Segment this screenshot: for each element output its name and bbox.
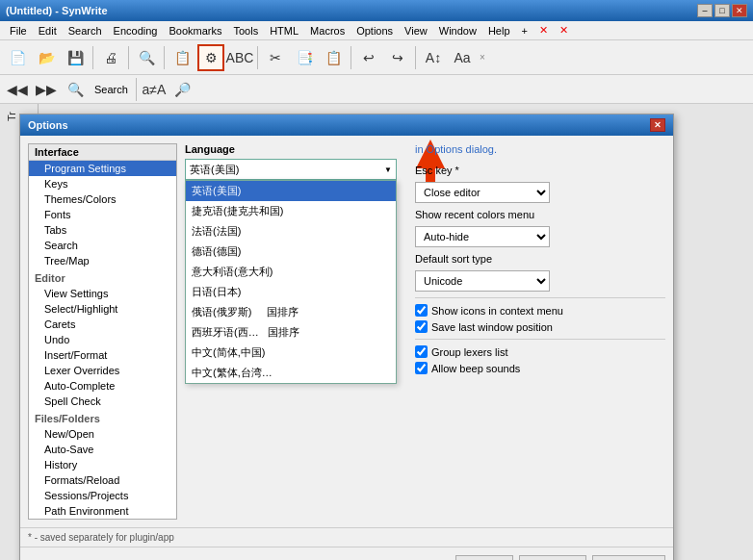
lang-option-6[interactable]: 俄语(俄罗斯) 国排序 — [186, 302, 396, 322]
lang-option-5[interactable]: 日语(日本) — [186, 282, 396, 302]
toolbar-sep-5 — [351, 46, 351, 69]
lang-option-0[interactable]: 英语(美国) — [186, 181, 396, 201]
tree-files-header: Files/Folders — [29, 411, 176, 426]
tree-editor-header: Editor — [29, 270, 176, 286]
tree-item-program-settings[interactable]: Program Settings — [29, 161, 176, 176]
save-button[interactable]: 💾 — [62, 44, 89, 71]
sep-1 — [415, 297, 665, 298]
checkbox-beep[interactable] — [415, 362, 428, 374]
tree-item-select-highlight[interactable]: Select/Highlight — [29, 301, 176, 317]
page-button[interactable]: 📋 — [169, 44, 195, 71]
tb2-font-button[interactable]: a≠A — [141, 76, 168, 103]
tb2-prev-button[interactable]: ◀◀ — [4, 76, 31, 103]
open-button[interactable]: 📂 — [33, 44, 60, 71]
menu-help[interactable]: Help — [482, 23, 516, 38]
language-dropdown[interactable]: 英语(美国) ▼ — [185, 159, 397, 180]
menu-x2[interactable]: ✕ — [554, 22, 574, 38]
sort-select[interactable]: Unicode ASCII Natural — [415, 270, 550, 292]
checkbox-save-position-label: Save last window position — [431, 321, 553, 333]
tree-item-view-settings[interactable]: View Settings — [29, 286, 176, 301]
tree-item-path-env[interactable]: Path Environment — [29, 503, 176, 519]
dialog-title-bar: Options ✕ — [20, 115, 673, 136]
checkbox-save-position-row: Save last window position — [415, 320, 665, 333]
search-tool-button[interactable]: 🔍 — [133, 44, 160, 71]
esc-key-select[interactable]: Close editor Minimize Nothing — [415, 182, 550, 203]
tree-item-auto-save[interactable]: Auto-Save — [29, 442, 176, 457]
tree-item-lexer-overrides[interactable]: Lexer Overrides — [29, 363, 176, 378]
checkbox-show-icons-row: Show icons in context menu — [415, 304, 665, 317]
menu-plus[interactable]: + — [516, 23, 533, 38]
sort-type-label: Default sort type — [415, 253, 550, 265]
new-button[interactable]: 📄 — [4, 44, 31, 71]
spellcheck-button[interactable]: ABC — [226, 44, 253, 71]
menu-options[interactable]: Options — [351, 23, 399, 38]
dialog-content: Language 英语(美国) ▼ 英语(美国) 捷克语(捷克共和国) 法语(法… — [185, 143, 665, 520]
dialog-close-button[interactable]: ✕ — [650, 118, 665, 132]
tb2-search-button[interactable]: 🔍 — [62, 76, 89, 103]
dialog-footer: OK Apply Cancel — [20, 547, 673, 560]
tree-item-formats-reload[interactable]: Formats/Reload — [29, 472, 176, 488]
menu-bookmarks[interactable]: Bookmarks — [163, 23, 227, 38]
checkbox-group-lexers-row: Group lexers list — [415, 345, 665, 358]
copy-button[interactable]: 📑 — [291, 44, 318, 71]
lang-option-1[interactable]: 捷克语(捷克共和国) — [186, 201, 396, 221]
paste-button[interactable]: 📋 — [320, 44, 347, 71]
lang-option-8[interactable]: 中文(简体,中国) — [186, 343, 396, 363]
tree-item-themes-colors[interactable]: Themes/Colors — [29, 191, 176, 207]
menu-encoding[interactable]: Encoding — [108, 23, 164, 38]
tb2-sep-1 — [136, 78, 137, 101]
esc-key-label: Esc key * — [415, 165, 550, 176]
tree-item-fonts[interactable]: Fonts — [29, 207, 176, 222]
redo-button[interactable]: ↪ — [384, 44, 411, 71]
toolbar-close-x[interactable]: × — [478, 50, 487, 64]
tools-button[interactable]: ⚙ — [197, 44, 224, 71]
checkbox-show-icons[interactable] — [415, 304, 428, 317]
tree-item-insert-format[interactable]: Insert/Format — [29, 347, 176, 363]
lang-option-9[interactable]: 中文(繁体,台湾… — [186, 363, 396, 383]
tree-item-sessions-projects[interactable]: Sessions/Projects — [29, 488, 176, 503]
tree-item-spell-check[interactable]: Spell Check — [29, 394, 176, 409]
lang-option-2[interactable]: 法语(法国) — [186, 221, 396, 242]
menu-window[interactable]: Window — [433, 23, 482, 38]
right-settings: in Options dialog. Esc key * Close edito… — [415, 143, 665, 378]
tree-interface-header: Interface — [29, 144, 176, 161]
recent-colors-select[interactable]: Auto-hide Always show Never — [415, 226, 550, 247]
cut-button[interactable]: ✂ — [262, 44, 289, 71]
undo-button[interactable]: ↩ — [355, 44, 382, 71]
lang-option-4[interactable]: 意大利语(意大利) — [186, 262, 396, 282]
tb2-lens-button[interactable]: 🔎 — [169, 76, 196, 103]
menu-tools[interactable]: Tools — [227, 23, 264, 38]
menu-edit[interactable]: Edit — [33, 23, 63, 38]
close-window-button[interactable]: ✕ — [732, 4, 747, 17]
tree-item-tabs[interactable]: Tabs — [29, 222, 176, 238]
tb2-next-button[interactable]: ▶▶ — [33, 76, 60, 103]
tree-item-new-open[interactable]: New/Open — [29, 426, 176, 442]
maximize-button[interactable]: □ — [714, 4, 730, 17]
menu-file[interactable]: File — [4, 23, 33, 38]
menu-html[interactable]: HTML — [264, 23, 304, 38]
tree-item-auto-complete[interactable]: Auto-Complete — [29, 378, 176, 394]
outdent-button[interactable]: Aa — [449, 44, 476, 71]
menu-x1[interactable]: ✕ — [533, 22, 554, 38]
cancel-button[interactable]: Cancel — [592, 555, 665, 560]
checkbox-group-lexers[interactable] — [415, 345, 428, 358]
tree-item-carets[interactable]: Carets — [29, 317, 176, 332]
lang-option-7[interactable]: 西班牙语(西… 国排序 — [186, 322, 396, 343]
lang-option-3[interactable]: 德语(德国) — [186, 242, 396, 262]
apply-button[interactable]: Apply — [519, 555, 586, 560]
menu-macros[interactable]: Macros — [304, 23, 351, 38]
ok-button[interactable]: OK — [455, 555, 513, 560]
dialog-title: Options — [28, 119, 68, 131]
menu-search[interactable]: Search — [63, 23, 108, 38]
print-button[interactable]: 🖨 — [97, 44, 124, 71]
menu-view[interactable]: View — [399, 23, 433, 38]
tree-item-history[interactable]: History — [29, 457, 176, 472]
tree-item-treemap[interactable]: Tree/Map — [29, 253, 176, 268]
tree-item-undo[interactable]: Undo — [29, 332, 176, 347]
checkbox-save-position[interactable] — [415, 320, 428, 333]
tree-item-search[interactable]: Search — [29, 238, 176, 253]
indent-button[interactable]: A↕ — [420, 44, 447, 71]
tree-item-keys[interactable]: Keys — [29, 176, 176, 191]
toolbar: 📄 📂 💾 🖨 🔍 📋 ⚙ ABC ✂ 📑 📋 ↩ ↪ A↕ Aa × — [0, 40, 753, 75]
minimize-button[interactable]: – — [697, 4, 713, 17]
